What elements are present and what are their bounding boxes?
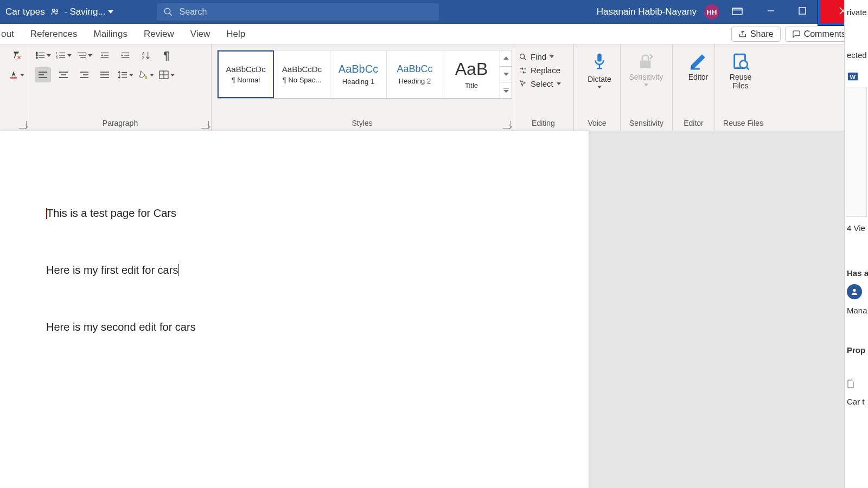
tab-review[interactable]: Review <box>142 25 176 43</box>
paragraph-1[interactable]: This is a test page for Cars <box>46 207 589 220</box>
svg-point-13 <box>36 55 37 56</box>
style-preview: AaB <box>455 59 488 79</box>
sensitivity-label: Sensitivity <box>629 73 663 81</box>
dictate-label: Dictate <box>588 75 611 84</box>
voice-group-label: Voice <box>579 119 615 130</box>
styles-dialog-launcher[interactable] <box>503 121 510 129</box>
tab-mailings[interactable]: Mailings <box>92 25 130 43</box>
borders-button[interactable] <box>158 67 175 82</box>
styles-scroll-up[interactable] <box>500 50 512 67</box>
bullets-button[interactable] <box>35 48 51 63</box>
style-normal[interactable]: AaBbCcDc ¶ Normal <box>218 50 274 98</box>
editor-button[interactable]: Editor <box>678 48 718 81</box>
paragraph-2[interactable]: Here is my first edit for cars <box>46 264 589 277</box>
editor-icon <box>689 52 707 70</box>
group-reuse-files: Reuse Files Reuse Files <box>715 44 771 131</box>
editing-group-label: Editing <box>519 119 568 130</box>
sidepane-file[interactable] <box>845 375 868 393</box>
sidepane-has: Has a <box>845 264 868 282</box>
font-dialog-launcher[interactable] <box>19 121 27 129</box>
comments-label: Comments <box>804 29 846 39</box>
title-bar: Car types - Saving... Hasanain Habib-Nay… <box>0 0 868 24</box>
select-label: Select <box>531 79 553 88</box>
justify-button[interactable] <box>97 67 113 82</box>
svg-point-11 <box>36 52 37 54</box>
svg-line-66 <box>746 67 749 69</box>
show-hide-marks-button[interactable]: ¶ <box>158 48 175 63</box>
numbering-button[interactable]: 123 <box>55 48 72 63</box>
clear-formatting-button[interactable] <box>5 48 27 63</box>
minimize-button[interactable] <box>755 0 787 23</box>
group-styles: AaBbCcDc ¶ Normal AaBbCcDc ¶ No Spac... … <box>212 44 513 131</box>
svg-point-15 <box>36 57 37 59</box>
svg-text:Z: Z <box>142 55 145 60</box>
style-heading-2[interactable]: AaBbCc Heading 2 <box>387 50 443 98</box>
status-dash: - <box>65 7 68 17</box>
document-page[interactable]: This is a test page for Cars Here is my … <box>0 131 589 488</box>
sort-button[interactable]: AZ <box>138 48 154 63</box>
tab-layout-partial[interactable]: out <box>0 25 16 43</box>
style-name: ¶ No Spac... <box>283 76 321 84</box>
ribbon-display-options-icon[interactable] <box>727 8 748 16</box>
styles-scroll-down[interactable] <box>500 67 512 83</box>
people-icon[interactable] <box>49 7 60 17</box>
user-name[interactable]: Hasanain Habib-Nayany <box>597 7 697 17</box>
style-no-spacing[interactable]: AaBbCcDc ¶ No Spac... <box>274 50 330 98</box>
svg-rect-7 <box>799 8 806 14</box>
maximize-button[interactable] <box>787 0 818 23</box>
replace-button[interactable]: ba Replace <box>519 66 568 75</box>
reuse-files-button[interactable]: Reuse Files <box>720 48 761 90</box>
style-name: Heading 2 <box>399 77 431 85</box>
reuse-label-2: Files <box>732 81 749 90</box>
save-status[interactable]: - Saving... <box>65 7 113 17</box>
svg-point-2 <box>164 8 170 14</box>
sidepane-thumbnail[interactable] <box>846 87 867 217</box>
sidepane-avatar[interactable] <box>847 284 862 299</box>
comments-button[interactable]: Comments <box>785 27 853 42</box>
share-label: Share <box>750 29 774 39</box>
share-button[interactable]: Share <box>731 27 781 42</box>
minimize-icon <box>767 7 775 15</box>
align-center-button[interactable] <box>55 67 72 82</box>
tab-references[interactable]: References <box>28 25 80 43</box>
svg-point-1 <box>56 10 58 12</box>
group-editor: Editor Editor <box>673 44 715 131</box>
paragraph-dialog-launcher[interactable] <box>201 121 209 129</box>
select-button[interactable]: Select <box>519 79 568 88</box>
shading-button[interactable] <box>138 67 154 82</box>
increase-indent-button[interactable] <box>117 48 133 63</box>
sidepane-mana: Mana <box>845 301 868 319</box>
style-name: Title <box>465 81 478 89</box>
decrease-indent-button[interactable] <box>97 48 113 63</box>
multilevel-list-button[interactable] <box>76 48 92 63</box>
ribbon: 123 AZ ¶ Paragraph <box>0 44 868 131</box>
tab-help[interactable]: Help <box>224 25 247 43</box>
word-icon[interactable]: W <box>845 68 868 85</box>
cursor-icon <box>519 80 527 88</box>
style-title[interactable]: AaB Title <box>443 50 500 98</box>
style-heading-1[interactable]: AaBbCc Heading 1 <box>330 50 387 98</box>
font-color-button[interactable] <box>5 67 27 82</box>
search-box[interactable] <box>157 3 439 21</box>
user-avatar[interactable]: HH <box>704 4 719 20</box>
styles-gallery[interactable]: AaBbCcDc ¶ Normal AaBbCcDc ¶ No Spac... … <box>217 50 512 99</box>
find-label: Find <box>531 52 546 61</box>
share-icon <box>738 30 747 38</box>
paragraph-3[interactable]: Here is my second edit for cars <box>46 321 589 333</box>
align-right-button[interactable] <box>76 67 92 82</box>
tab-view[interactable]: View <box>188 25 213 43</box>
editor-label: Editor <box>688 73 709 81</box>
svg-point-0 <box>52 9 55 12</box>
side-pane-partial: rivate ected W 4 Vie Has a Mana Prop Car… <box>844 0 868 488</box>
align-left-button[interactable] <box>35 67 51 82</box>
dictate-button[interactable]: Dictate <box>579 48 620 88</box>
replace-icon: ba <box>519 66 527 75</box>
paragraph-group-label: Paragraph <box>35 119 206 130</box>
sidepane-views: 4 Vie <box>845 219 868 237</box>
styles-expand[interactable] <box>500 82 512 98</box>
find-button[interactable]: Find <box>519 52 568 61</box>
svg-text:W: W <box>850 74 856 80</box>
group-voice: Dictate Voice <box>574 44 621 131</box>
line-spacing-button[interactable] <box>117 67 133 82</box>
search-input[interactable] <box>180 7 432 17</box>
